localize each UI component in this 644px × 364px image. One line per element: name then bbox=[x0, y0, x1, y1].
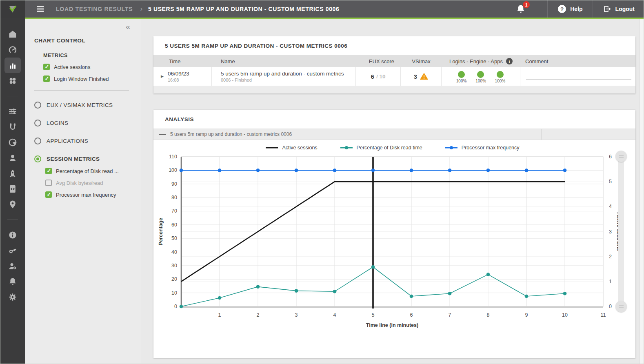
sidebar-item-launchers[interactable] bbox=[4, 166, 21, 181]
breadcrumb-root[interactable]: LOAD TESTING RESULTS bbox=[56, 6, 133, 12]
page-title: 5 USERS 5M RAMP UP AND DURATION - CUSTOM… bbox=[148, 6, 339, 12]
slider-handle-top[interactable] bbox=[615, 151, 627, 162]
checkbox-avg-disk-bytes-read[interactable]: Avg Disk bytes/read bbox=[45, 180, 141, 186]
radio-logins[interactable]: LOGINS bbox=[34, 120, 141, 127]
code-file-icon bbox=[8, 184, 18, 194]
table-row: ▶ 06/09/23 16:08 5 users 5m ramp up and … bbox=[153, 67, 635, 86]
svg-text:11: 11 bbox=[601, 312, 606, 318]
info-icon[interactable]: i bbox=[506, 58, 513, 64]
header-accent-line bbox=[25, 18, 644, 19]
checkbox-icon[interactable] bbox=[45, 191, 52, 198]
logout-button[interactable]: Logout bbox=[593, 0, 644, 18]
svg-text:4: 4 bbox=[333, 312, 336, 318]
warning-icon[interactable] bbox=[420, 73, 428, 80]
legend-swatch bbox=[444, 145, 458, 150]
analysis-card: ANALYSIS 5 users 5m ramp up and duration… bbox=[153, 110, 635, 358]
rocket-icon bbox=[8, 169, 18, 178]
svg-text:70: 70 bbox=[171, 208, 177, 214]
series-toggle-swatch bbox=[159, 134, 166, 135]
sidebar-item-home[interactable] bbox=[4, 27, 21, 42]
radio-applications[interactable]: APPLICATIONS bbox=[34, 138, 141, 144]
series-toggle-label[interactable]: 5 users 5m ramp up and duration - custom… bbox=[170, 131, 292, 137]
column-header-logins-engine-apps: Logins - Engine - Apps i bbox=[442, 58, 520, 64]
sidebar-item-licenses[interactable] bbox=[4, 243, 21, 258]
sidebar-item-locations[interactable] bbox=[4, 197, 21, 212]
svg-text:Percentage: Percentage bbox=[158, 218, 164, 245]
checkbox-login-window-finished[interactable]: Login Window Finished bbox=[43, 75, 141, 82]
expand-row-icon[interactable]: ▶ bbox=[161, 74, 164, 78]
engine-pct: 100% bbox=[475, 79, 486, 83]
help-button[interactable]: ? Help bbox=[548, 0, 592, 18]
metrics-group-title: METRICS bbox=[43, 53, 141, 58]
svg-text:?: ? bbox=[560, 6, 564, 12]
legend-item[interactable]: Processor max frequency bbox=[444, 145, 520, 151]
sidebar-item-about[interactable] bbox=[4, 227, 21, 243]
checkbox-icon[interactable] bbox=[45, 180, 52, 186]
checkbox-icon[interactable] bbox=[45, 168, 52, 174]
sidebar-item-user-management[interactable] bbox=[4, 258, 21, 274]
logins-status-dot bbox=[458, 71, 465, 78]
checkbox-processor-max-frequency[interactable]: Processor max frequency bbox=[45, 191, 141, 198]
checkbox-icon[interactable] bbox=[43, 75, 50, 82]
radio-icon[interactable] bbox=[34, 120, 41, 127]
slider-track[interactable] bbox=[618, 155, 624, 308]
key-icon bbox=[8, 246, 18, 255]
panel-divider bbox=[34, 90, 129, 91]
sidebar-item-settings[interactable] bbox=[4, 289, 21, 305]
analysis-chart-svg[interactable]: 0102030405060708090100110012345612345678… bbox=[153, 140, 635, 357]
svg-text:90: 90 bbox=[171, 181, 177, 187]
vsimax-value: 3 bbox=[414, 73, 417, 80]
legend-swatch bbox=[340, 145, 353, 150]
sidebar-item-environment[interactable] bbox=[4, 135, 21, 150]
page-scrollbar[interactable] bbox=[639, 18, 644, 364]
checkbox-active-sessions[interactable]: Active sessions bbox=[43, 64, 141, 70]
top-bar-actions: 1 ? Help Logout bbox=[515, 0, 644, 18]
run-name: 5 users 5m ramp up and duration - custom… bbox=[221, 71, 355, 77]
slider-handle-bottom[interactable] bbox=[615, 301, 627, 312]
eux-score-value: 6 bbox=[371, 73, 374, 80]
svg-text:9: 9 bbox=[525, 312, 528, 318]
results-card-title: 5 USERS 5M RAMP UP AND DURATION - CUSTOM… bbox=[153, 36, 635, 55]
svg-text:7: 7 bbox=[449, 312, 451, 318]
radio-eux-vsimax-metrics[interactable]: EUX / VSIMAX METRICS bbox=[34, 102, 141, 109]
collapse-panel-icon[interactable]: « bbox=[126, 22, 130, 31]
svg-text:0: 0 bbox=[609, 304, 612, 309]
legend-item[interactable]: Active sessions bbox=[265, 145, 317, 151]
notifications-bell-icon[interactable]: 1 bbox=[515, 4, 526, 14]
sidebar-item-notifications[interactable] bbox=[4, 274, 21, 289]
checkbox-icon[interactable] bbox=[43, 64, 50, 70]
radio-icon[interactable] bbox=[34, 102, 41, 109]
sidebar-item-connections[interactable] bbox=[4, 119, 21, 135]
sidebar-item-tests[interactable] bbox=[4, 104, 21, 119]
radio-icon[interactable] bbox=[34, 138, 41, 144]
radio-session-metrics[interactable]: SESSION METRICS bbox=[34, 155, 141, 162]
svg-text:10: 10 bbox=[562, 312, 568, 318]
sidebar-item-dashboard[interactable] bbox=[4, 42, 21, 58]
svg-text:0: 0 bbox=[174, 304, 177, 309]
bar-chart-icon bbox=[8, 60, 18, 70]
logins-pct: 100% bbox=[456, 79, 467, 83]
svg-text:2: 2 bbox=[609, 254, 612, 260]
sidebar-item-applications[interactable] bbox=[4, 73, 21, 89]
menu-hamburger-icon[interactable] bbox=[36, 4, 45, 14]
info-icon bbox=[8, 230, 18, 240]
engine-status-dot bbox=[477, 71, 484, 78]
apps-pct: 100% bbox=[495, 79, 506, 83]
sidebar-item-scripts[interactable] bbox=[4, 181, 21, 197]
run-date: 06/09/23 bbox=[168, 71, 189, 77]
home-icon bbox=[8, 29, 18, 39]
checkbox-percentage-disk-read[interactable]: Percentage of Disk read ... bbox=[45, 168, 141, 174]
app-logo bbox=[0, 0, 25, 18]
svg-text:2: 2 bbox=[257, 312, 260, 318]
column-header-vsimax: VSImax bbox=[401, 58, 442, 64]
sidebar-item-accounts[interactable] bbox=[4, 150, 21, 166]
engine-status: 100% bbox=[475, 71, 486, 83]
radio-icon[interactable] bbox=[34, 155, 41, 162]
sidebar-divider bbox=[7, 96, 18, 96]
comment-input[interactable] bbox=[526, 80, 631, 80]
results-card: 5 USERS 5M RAMP UP AND DURATION - CUSTOM… bbox=[153, 36, 635, 93]
notification-badge: 1 bbox=[523, 1, 530, 8]
sidebar-item-results[interactable] bbox=[4, 58, 21, 73]
run-subname: 0006 - Finished bbox=[221, 78, 355, 82]
legend-item[interactable]: Percentage of Disk read time bbox=[340, 145, 422, 151]
